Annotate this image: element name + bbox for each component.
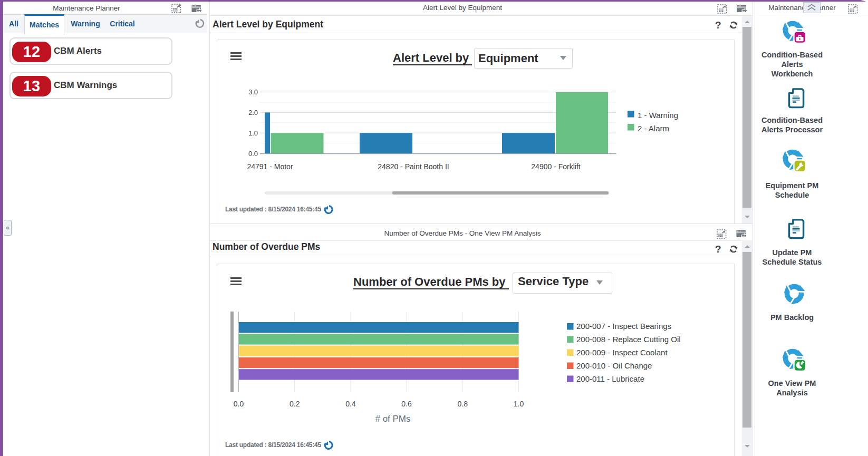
svg-text:0.2: 0.2 — [290, 400, 300, 408]
svg-text:200-008 - Replace Cutting Oil: 200-008 - Replace Cutting Oil — [576, 335, 681, 344]
svg-text:0.6: 0.6 — [401, 400, 412, 408]
svg-text:24791 - Motor: 24791 - Motor — [247, 162, 293, 171]
svg-text:24820 - Paint Booth II: 24820 - Paint Booth II — [378, 162, 449, 171]
svg-text:# of PMs: # of PMs — [375, 414, 410, 424]
svg-text:0.4: 0.4 — [345, 400, 356, 408]
svg-text:200-011 - Lubricate: 200-011 - Lubricate — [576, 374, 644, 383]
svg-text:24900 - Forklift: 24900 - Forklift — [531, 162, 580, 171]
svg-text:2.0: 2.0 — [248, 109, 258, 117]
svg-text:0.0: 0.0 — [234, 400, 244, 408]
svg-text:200-009 - Inspect Coolant: 200-009 - Inspect Coolant — [576, 348, 668, 357]
svg-text:1.0: 1.0 — [248, 129, 258, 137]
svg-text:1 - Warning: 1 - Warning — [638, 111, 678, 120]
svg-text:2 - Alarm: 2 - Alarm — [638, 124, 669, 133]
svg-text:3.0: 3.0 — [248, 88, 258, 96]
svg-text:0.8: 0.8 — [458, 400, 468, 408]
svg-text:200-010 - Oil Change: 200-010 - Oil Change — [576, 361, 652, 370]
svg-text:200-007 - Inspect Bearings: 200-007 - Inspect Bearings — [576, 322, 671, 331]
svg-text:0.0: 0.0 — [248, 150, 258, 158]
svg-text:1.0: 1.0 — [514, 400, 524, 408]
